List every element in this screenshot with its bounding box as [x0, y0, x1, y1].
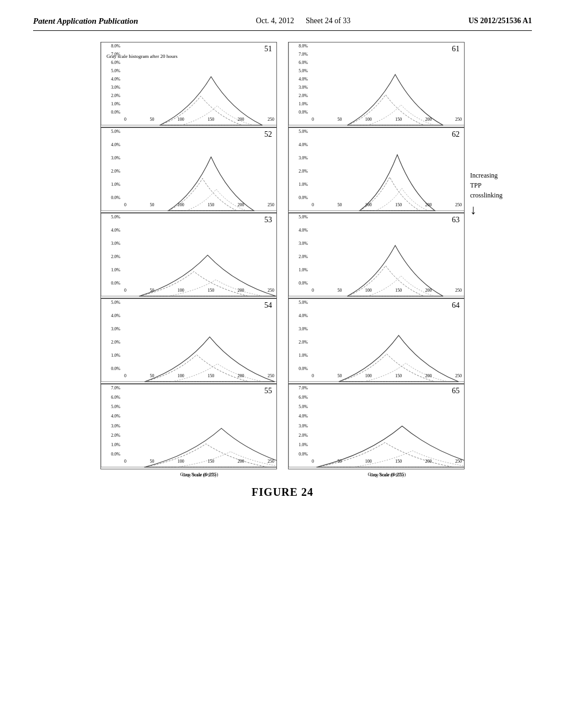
x-tick: 250 — [268, 373, 274, 378]
chart-number-53: 53 — [264, 216, 272, 224]
x-axis-53: 050100150200250 — [122, 287, 276, 298]
y-tick: 1.0% — [299, 442, 308, 447]
y-tick: 2.0% — [299, 93, 308, 98]
x-tick: 100 — [178, 459, 184, 464]
y-tick: 4.0% — [111, 142, 120, 147]
y-tick: 8.0% — [299, 44, 308, 49]
x-tick: 50 — [150, 117, 154, 122]
chart-number-51: 51 — [264, 45, 272, 53]
x-axis-63: 050100150200250 — [310, 287, 464, 298]
y-tick: 0.0% — [111, 452, 120, 457]
x-tick: 100 — [178, 202, 184, 207]
y-tick: 5.0% — [299, 68, 308, 73]
x-tick: 150 — [395, 459, 402, 464]
charts-wrapper: 51Gray scale histogram after 20 hours8.0… — [100, 42, 465, 469]
y-tick: 7.0% — [299, 52, 308, 57]
chart-63: 635.0%4.0%3.0%2.0%1.0%0.0%05010015020025… — [288, 213, 465, 298]
y-tick: 0.0% — [299, 195, 308, 200]
y-tick: 3.0% — [299, 156, 308, 160]
y-tick: 5.0% — [299, 404, 308, 409]
chart-number-62: 62 — [452, 130, 460, 139]
x-tick: 50 — [150, 288, 154, 293]
y-tick: 4.0% — [111, 228, 120, 233]
x-axis-51: 050100150200250 — [122, 116, 276, 127]
y-tick: 3.0% — [299, 85, 308, 90]
y-tick: 0.0% — [111, 366, 120, 371]
chart-number-52: 52 — [264, 130, 272, 139]
x-tick: 250 — [268, 288, 274, 293]
x-tick: 50 — [337, 459, 342, 464]
chart-svg-65 — [289, 384, 464, 468]
x-tick: 50 — [150, 373, 154, 378]
chart-61: 618.0%7.0%6.0%5.0%4.0%3.0%2.0%1.0%0.0%05… — [288, 42, 465, 127]
x-tick: 50 — [337, 373, 342, 378]
y-tick: 4.0% — [111, 313, 120, 318]
x-tick: 200 — [238, 459, 244, 464]
x-tick: 200 — [238, 117, 244, 122]
y-tick: 2.0% — [111, 254, 120, 259]
x-tick: 200 — [425, 117, 432, 122]
y-tick: 5.0% — [299, 129, 308, 134]
x-tick: 0 — [124, 202, 126, 207]
x-tick: 250 — [455, 117, 462, 122]
y-axis-63: 5.0%4.0%3.0%2.0%1.0%0.0% — [289, 213, 310, 287]
y-tick: 1.0% — [111, 353, 120, 358]
chart-svg-55 — [101, 384, 276, 468]
page: Patent Application Publication Oct. 4, 2… — [0, 0, 565, 728]
x-tick: 0 — [124, 459, 126, 464]
x-tick: 150 — [395, 288, 402, 293]
x-tick: 50 — [150, 202, 154, 207]
y-axis-51: 8.0%7.0%6.0%5.0%4.0%3.0%2.0%1.0%0.0% — [101, 42, 122, 116]
y-tick: 4.0% — [299, 77, 308, 82]
y-tick: 3.0% — [111, 326, 120, 331]
x-axis-52: 050100150200250 — [122, 201, 276, 212]
x-tick: 200 — [425, 202, 432, 207]
x-axis-label: Gray Scale (0-255) — [122, 473, 276, 478]
y-tick: 4.0% — [111, 414, 120, 419]
chart-svg-61 — [289, 42, 464, 126]
y-tick: 3.0% — [299, 326, 308, 331]
x-axis-54: 050100150200250 — [122, 372, 276, 383]
y-tick: 5.0% — [299, 300, 308, 305]
x-tick: 100 — [365, 117, 372, 122]
y-tick: 5.0% — [111, 404, 120, 409]
chart-number-65: 65 — [452, 387, 460, 395]
x-tick: 50 — [337, 117, 342, 122]
y-tick: 4.0% — [299, 142, 308, 147]
y-tick: 3.0% — [299, 424, 308, 429]
y-tick: 3.0% — [111, 85, 120, 90]
y-tick: 2.0% — [299, 433, 308, 438]
y-tick: 0.0% — [299, 452, 308, 457]
x-tick: 100 — [365, 459, 372, 464]
y-tick: 7.0% — [111, 386, 120, 390]
y-tick: 2.0% — [299, 340, 308, 345]
y-tick: 1.0% — [111, 101, 120, 106]
x-tick: 50 — [337, 288, 342, 293]
chart-53: 535.0%4.0%3.0%2.0%1.0%0.0%05010015020025… — [100, 213, 277, 298]
chart-54: 545.0%4.0%3.0%2.0%1.0%0.0%05010015020025… — [100, 298, 277, 384]
y-tick: 4.0% — [299, 414, 308, 419]
chart-number-61: 61 — [452, 45, 460, 53]
y-tick: 6.0% — [299, 60, 308, 65]
x-tick: 100 — [365, 202, 372, 207]
y-tick: 5.0% — [111, 215, 120, 220]
charts-column-left: 51Gray scale histogram after 20 hours8.0… — [100, 42, 277, 469]
x-tick: 100 — [178, 288, 184, 293]
side-arrow: ↓ — [470, 202, 477, 217]
y-tick: 0.0% — [111, 281, 120, 286]
x-tick: 150 — [207, 373, 214, 378]
x-tick: 250 — [455, 373, 462, 378]
x-axis-label: Gray Scale (0-255) — [310, 473, 464, 478]
x-tick: 250 — [455, 202, 462, 207]
figure-caption: FIGURE 24 — [252, 486, 313, 499]
x-tick: 200 — [425, 459, 432, 464]
y-tick: 1.0% — [111, 267, 120, 272]
y-tick: 4.0% — [299, 313, 308, 318]
y-tick: 3.0% — [111, 156, 120, 160]
x-axis-55: 050100150200250 — [122, 458, 276, 469]
header: Patent Application Publication Oct. 4, 2… — [33, 17, 532, 31]
y-tick: 4.0% — [299, 228, 308, 233]
y-tick: 2.0% — [111, 93, 120, 98]
x-tick: 0 — [312, 117, 314, 122]
charts-column-right: 618.0%7.0%6.0%5.0%4.0%3.0%2.0%1.0%0.0%05… — [288, 42, 465, 469]
